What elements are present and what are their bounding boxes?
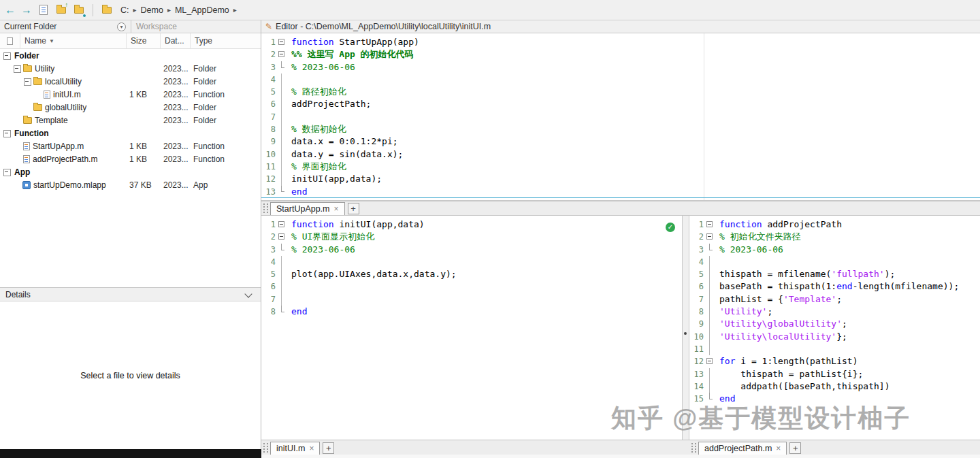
code-line[interactable]: 3% 2023-06-06 bbox=[261, 244, 682, 256]
code-line[interactable]: 7 bbox=[261, 111, 980, 123]
fold-toggle-icon[interactable] bbox=[278, 51, 284, 57]
name-column-header[interactable]: Name▼ bbox=[20, 33, 127, 48]
tab-grip-icon[interactable] bbox=[263, 203, 268, 213]
code-line[interactable]: 1function addProjectPath bbox=[689, 218, 980, 231]
code-line[interactable]: 14 addpath([basePath,thispath]) bbox=[689, 380, 980, 393]
code-line[interactable]: 6 bbox=[261, 280, 682, 293]
collapse-toggle-icon[interactable] bbox=[3, 165, 12, 178]
tab-close-icon[interactable]: × bbox=[334, 204, 339, 214]
splitter-handle-icon[interactable] bbox=[684, 332, 687, 335]
new-document-icon[interactable] bbox=[37, 3, 50, 17]
code-line[interactable]: 1function StartUpApp(app) bbox=[261, 36, 980, 48]
collapse-toggle-icon[interactable] bbox=[13, 62, 22, 75]
fold-line bbox=[709, 280, 710, 293]
fold-column bbox=[706, 293, 715, 306]
editor-panel: ✎ Editor - C:\Demo\ML_AppDemo\Utility\lo… bbox=[261, 20, 980, 458]
new-tab-button[interactable]: + bbox=[323, 442, 334, 454]
code-line[interactable]: 5% 路径初始化 bbox=[261, 86, 980, 98]
code-line[interactable]: 9'Utility\globalUtility'; bbox=[689, 318, 980, 330]
fold-toggle-icon[interactable] bbox=[706, 358, 713, 364]
tree-row-initui-m[interactable]: initUI.m1 KB2023...Function bbox=[0, 88, 261, 101]
fold-line bbox=[281, 111, 282, 123]
code-line[interactable]: 8'Utility'; bbox=[689, 306, 980, 318]
up-one-level-icon[interactable]: ↑ bbox=[54, 3, 68, 17]
size-column-header[interactable]: Size bbox=[127, 33, 161, 48]
tab-grip-icon[interactable] bbox=[691, 443, 696, 453]
back-icon[interactable]: ← bbox=[4, 4, 16, 16]
collapse-toggle-icon[interactable] bbox=[23, 75, 32, 88]
panel-menu-button[interactable]: ▾ bbox=[117, 22, 126, 31]
collapse-toggle-icon[interactable] bbox=[3, 49, 12, 62]
tree-row-startupdemo-mlapp[interactable]: startUpDemo.mlapp37 KB2023...App bbox=[0, 178, 261, 191]
code-line[interactable]: 10'Utility\localUtility'}; bbox=[689, 331, 980, 343]
code-pane-top[interactable]: 1function StartUpApp(app)2%% 这里写 App 的初始… bbox=[261, 33, 980, 201]
code-line[interactable]: 5plot(app.UIAxes,data.x,data.y); bbox=[261, 268, 682, 280]
code-line[interactable]: 5thispath = mfilename('fullpath'); bbox=[689, 268, 980, 280]
code-line[interactable]: 3% 2023-06-06 bbox=[261, 61, 980, 73]
code-line[interactable]: 7pathList = {'Template'; bbox=[689, 293, 980, 306]
fold-column bbox=[278, 306, 287, 318]
tab-close-icon[interactable]: × bbox=[309, 444, 314, 453]
code-line[interactable]: 2% UI界面显示初始化 bbox=[261, 231, 682, 243]
fold-line bbox=[281, 293, 282, 306]
code-line[interactable]: 8end bbox=[261, 306, 682, 318]
code-line[interactable]: 11 bbox=[689, 343, 980, 355]
code-line[interactable]: 7 bbox=[261, 293, 682, 306]
fold-toggle-icon[interactable] bbox=[706, 233, 713, 240]
file-icon-column-header[interactable] bbox=[0, 33, 20, 48]
workspace-tab[interactable]: Workspace bbox=[136, 22, 177, 31]
fold-toggle-icon[interactable] bbox=[278, 221, 284, 227]
code-line[interactable]: 1function initUI(app,data) bbox=[261, 218, 682, 231]
tree-row-folder[interactable]: Folder bbox=[0, 49, 261, 62]
code-line[interactable]: 12initUI(app,data); bbox=[261, 173, 980, 185]
code-line[interactable]: 4 bbox=[261, 256, 682, 268]
code-line[interactable]: 8% 数据初始化 bbox=[261, 123, 980, 135]
chevron-down-icon[interactable] bbox=[244, 290, 252, 297]
code-line[interactable]: 4 bbox=[689, 256, 980, 268]
code-line[interactable]: 6basePath = thispath(1:end-length(mfilen… bbox=[689, 280, 980, 293]
tab-close-icon[interactable]: × bbox=[776, 444, 781, 453]
tree-row-addprojectpath-m[interactable]: addProjectPath.m1 KB2023...Function bbox=[0, 152, 261, 165]
code-line[interactable]: 10data.y = sin(data.x); bbox=[261, 148, 980, 161]
breadcrumb-item[interactable]: ML_AppDemo bbox=[175, 5, 229, 15]
tree-item-date: 2023... bbox=[163, 88, 189, 101]
tree-row-function[interactable]: Function bbox=[0, 127, 261, 140]
collapse-toggle-icon[interactable] bbox=[3, 127, 12, 140]
forward-icon[interactable]: → bbox=[20, 4, 33, 16]
code-line[interactable]: 9data.x = 0:0.1:2*pi; bbox=[261, 135, 980, 148]
code-line[interactable]: 6addProjectPath; bbox=[261, 98, 980, 110]
code-line[interactable]: 2%% 这里写 App 的初始化代码 bbox=[261, 48, 980, 61]
tab-grip-icon[interactable] bbox=[263, 443, 268, 453]
code-line[interactable]: 11% 界面初始化 bbox=[261, 161, 980, 173]
fold-column bbox=[278, 186, 287, 197]
details-header[interactable]: Details bbox=[0, 287, 261, 301]
tree-row-app[interactable]: App bbox=[0, 165, 261, 178]
tree-row-localutility[interactable]: localUtility2023...Folder bbox=[0, 75, 261, 88]
fold-toggle-icon[interactable] bbox=[278, 233, 284, 240]
breadcrumb-item[interactable]: C: bbox=[120, 5, 129, 15]
new-tab-button[interactable]: + bbox=[348, 203, 359, 214]
code-line[interactable]: 12for i = 1:length(pathList) bbox=[689, 355, 980, 367]
code-line[interactable]: 2% 初始化文件夹路径 bbox=[689, 231, 980, 243]
fold-toggle-icon[interactable] bbox=[706, 221, 713, 227]
tab-initui[interactable]: initUI.m × bbox=[270, 442, 320, 455]
code-line[interactable]: 13 thispath = pathList{i}; bbox=[689, 368, 980, 380]
tree-row-startupapp-m[interactable]: StartUpApp.m1 KB2023...Function bbox=[0, 140, 261, 152]
code-line[interactable]: 3% 2023-06-06 bbox=[689, 244, 980, 256]
code-text: end bbox=[287, 306, 307, 318]
code-text: % 2023-06-06 bbox=[715, 244, 783, 256]
fold-line bbox=[281, 73, 282, 86]
fold-toggle-icon[interactable] bbox=[278, 39, 284, 45]
tree-row-template[interactable]: Template2023...Folder bbox=[0, 114, 261, 127]
new-tab-button[interactable]: + bbox=[789, 442, 801, 454]
tree-row-globalutility[interactable]: globalUtility2023...Folder bbox=[0, 101, 261, 114]
type-column-header[interactable]: Type bbox=[191, 33, 261, 48]
breadcrumb-item[interactable]: Demo bbox=[141, 5, 163, 15]
code-line[interactable]: 13end bbox=[261, 186, 980, 198]
tab-startupapp[interactable]: StartUpApp.m × bbox=[270, 202, 345, 215]
date-column-header[interactable]: Dat... bbox=[161, 33, 191, 48]
code-line[interactable]: 4 bbox=[261, 73, 980, 86]
tree-row-utility[interactable]: Utility2023...Folder bbox=[0, 62, 261, 75]
browse-folder-icon[interactable] bbox=[72, 3, 86, 17]
tab-addprojectpath[interactable]: addProjectPath.m × bbox=[698, 442, 787, 455]
